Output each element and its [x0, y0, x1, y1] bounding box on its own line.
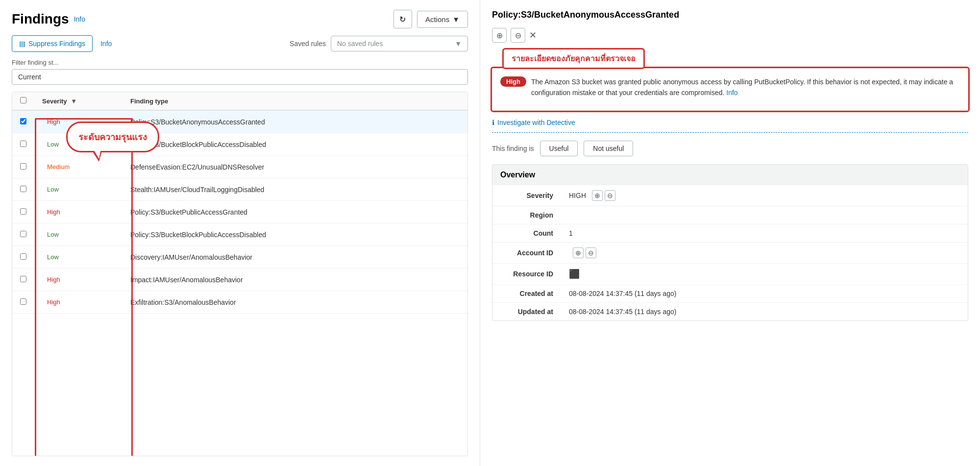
refresh-button[interactable]: ↻	[393, 10, 412, 28]
page-info-link[interactable]: Info	[74, 15, 85, 23]
saved-rules-dropdown[interactable]: No saved rules ▼	[331, 36, 468, 51]
overview-row: Severity HIGH ⊕ ⊖	[492, 185, 968, 206]
investigate-label: Investigate with Detective	[497, 119, 575, 126]
actions-arrow-icon: ▼	[452, 15, 460, 24]
filter-section: Filter finding st...	[12, 59, 468, 85]
overview-label: Updated at	[492, 302, 561, 320]
suppress-icon: ▤	[19, 40, 25, 48]
finding-type-column-header: Finding type	[122, 92, 467, 110]
overview-label: Resource ID	[492, 263, 561, 284]
severity-value: High	[42, 207, 65, 217]
table-row[interactable]: High Exfiltration:S3/AnomalousBehavior	[12, 291, 467, 314]
overview-value: 08-08-2024 14:37:45 (11 days ago)	[561, 284, 968, 302]
row-finding-type: Exfiltration:S3/AnomalousBehavior	[122, 291, 467, 314]
severity-value: Low	[42, 252, 64, 262]
overview-zoom-in[interactable]: ⊕	[573, 247, 584, 258]
zoom-in-button[interactable]: ⊕	[492, 28, 507, 43]
zoom-out-icon: ⊖	[515, 31, 521, 40]
row-checkbox-cell	[12, 269, 34, 291]
saved-rules-area: Saved rules No saved rules ▼	[290, 36, 468, 51]
finding-description-text: The Amazon S3 bucket was granted public …	[531, 76, 960, 98]
severity-value: Low	[42, 139, 64, 149]
saved-rules-arrow-icon: ▼	[455, 40, 462, 48]
table-row[interactable]: High Impact:IAMUser/AnomalousBehavior	[12, 269, 467, 291]
zoom-in-icon: ⊕	[496, 31, 503, 40]
investigate-icon: ℹ	[492, 119, 494, 126]
overview-row: Resource ID ⬛	[492, 263, 968, 284]
row-severity: High	[34, 110, 122, 133]
toolbar-info-link[interactable]: Info	[100, 40, 112, 48]
overview-zoom-in[interactable]: ⊕	[592, 190, 603, 201]
row-checkbox-cell	[12, 223, 34, 246]
table-row[interactable]: Medium DefenseEvasion:EC2/UnusualDNSReso…	[12, 156, 467, 178]
overview-table-body: Severity HIGH ⊕ ⊖ Region Count 1 Account…	[492, 185, 968, 320]
overview-header: Overview	[492, 165, 968, 185]
severity-value: High	[42, 117, 65, 127]
row-finding-type: Discovery:IAMUser/AnomalousBehavior	[122, 246, 467, 269]
filter-input[interactable]	[12, 69, 468, 85]
finding-info-link[interactable]: Info	[726, 89, 737, 97]
overview-label: Count	[492, 224, 561, 242]
row-checkbox[interactable]	[20, 231, 26, 237]
feedback-row: This finding is Useful Not useful	[492, 141, 968, 156]
overview-value: 08-08-2024 14:37:45 (11 days ago)	[561, 302, 968, 320]
overview-table: Severity HIGH ⊕ ⊖ Region Count 1 Account…	[492, 185, 968, 320]
row-finding-type: Policy:S3/BucketBlockPublicAccessDisable…	[122, 133, 467, 156]
filter-label: Filter finding st...	[12, 59, 468, 66]
select-all-checkbox[interactable]	[20, 97, 26, 103]
table-row[interactable]: Low Policy:S3/BucketBlockPublicAccessDis…	[12, 223, 467, 246]
row-checkbox-cell	[12, 178, 34, 201]
finding-header-row: High The Amazon S3 bucket was granted pu…	[500, 76, 960, 98]
severity-value: Medium	[42, 162, 74, 172]
table-row[interactable]: Low Discovery:IAMUser/AnomalousBehavior	[12, 246, 467, 269]
findings-table: Severity ▼ Finding type High Policy:S3/B…	[12, 92, 467, 314]
row-checkbox[interactable]	[20, 141, 26, 147]
row-checkbox[interactable]	[20, 163, 26, 170]
findings-table-container: ระดับความรุนแรง Severity ▼ Finding type	[12, 92, 468, 456]
row-checkbox-cell	[12, 291, 34, 314]
not-useful-button[interactable]: Not useful	[584, 141, 633, 156]
page-title: Findings	[12, 11, 69, 27]
overview-row: Account ID ⊕ ⊖	[492, 242, 968, 263]
row-finding-type: DefenseEvasion:EC2/UnusualDNSResolver	[122, 156, 467, 178]
table-row[interactable]: High Policy:S3/BucketPublicAccessGranted	[12, 201, 467, 223]
close-detail-button[interactable]: ✕	[529, 30, 537, 41]
suppress-label: Suppress Findings	[28, 40, 85, 48]
row-checkbox[interactable]	[20, 276, 26, 282]
saved-rules-placeholder: No saved rules	[337, 40, 383, 48]
zoom-controls: ⊕ ⊖ ✕	[492, 28, 968, 43]
row-checkbox[interactable]	[20, 208, 26, 215]
row-finding-type: Policy:S3/BucketPublicAccessGranted	[122, 201, 467, 223]
table-row[interactable]: Low Stealth:IAMUser/CloudTrailLoggingDis…	[12, 178, 467, 201]
useful-button[interactable]: Useful	[540, 141, 578, 156]
overview-value: ⬛	[561, 263, 968, 284]
overview-value: HIGH ⊕ ⊖	[561, 185, 968, 206]
investigate-with-detective[interactable]: ℹ Investigate with Detective	[492, 119, 968, 133]
sort-arrow-icon[interactable]: ▼	[71, 98, 77, 105]
overview-label: Region	[492, 206, 561, 224]
actions-label: Actions	[425, 15, 449, 24]
table-row[interactable]: High Policy:S3/BucketAnonymousAccessGran…	[12, 110, 467, 133]
severity-value: Low	[42, 229, 64, 240]
row-finding-type: Policy:S3/BucketAnonymousAccessGranted	[122, 110, 467, 133]
overview-zoom-out[interactable]: ⊖	[605, 190, 615, 201]
finding-desc-content: The Amazon S3 bucket was granted public …	[531, 78, 953, 97]
row-checkbox[interactable]	[20, 186, 26, 192]
zoom-out-button[interactable]: ⊖	[511, 28, 525, 43]
severity-column-header: Severity ▼	[34, 92, 122, 110]
table-row[interactable]: Low Policy:S3/BucketBlockPublicAccessDis…	[12, 133, 467, 156]
row-checkbox-cell	[12, 156, 34, 178]
resource-id-icon[interactable]: ⬛	[569, 269, 580, 279]
actions-button[interactable]: Actions ▼	[417, 11, 468, 28]
row-finding-type: Stealth:IAMUser/CloudTrailLoggingDisable…	[122, 178, 467, 201]
row-checkbox[interactable]	[20, 253, 26, 260]
row-checkbox[interactable]	[20, 298, 26, 305]
suppress-findings-button[interactable]: ▤ Suppress Findings	[12, 35, 93, 52]
row-checkbox-cell	[12, 110, 34, 133]
finding-description-label: รายละเอียดของภัยคุกคามที่ตรวจเจอ	[502, 48, 645, 69]
row-checkbox[interactable]	[20, 118, 26, 124]
row-severity: Low	[34, 178, 122, 201]
row-severity: High	[34, 201, 122, 223]
high-severity-badge: High	[500, 76, 526, 87]
overview-zoom-out[interactable]: ⊖	[586, 247, 596, 258]
